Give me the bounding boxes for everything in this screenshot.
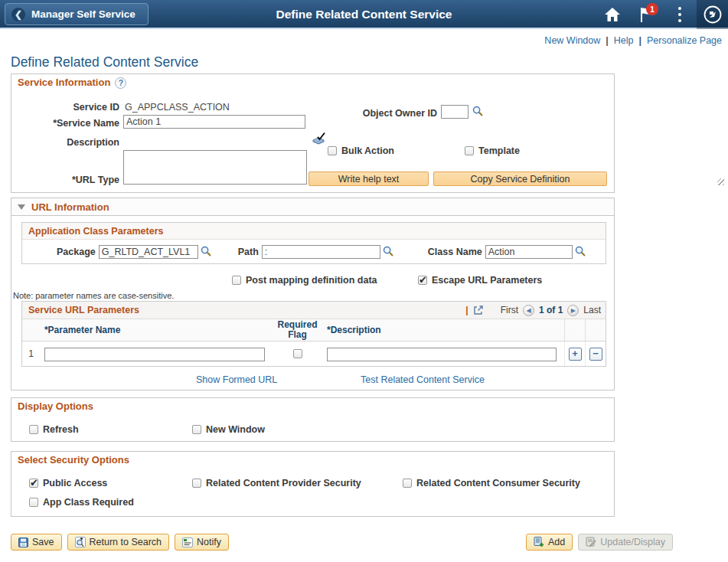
add-button[interactable]: Add: [526, 534, 573, 551]
application-class-parameters-box: Application Class Parameters Package Pat…: [21, 222, 606, 264]
object-owner-id-input[interactable]: [441, 105, 468, 119]
template-label: Template: [478, 145, 520, 156]
path-lookup-icon[interactable]: [383, 246, 394, 257]
url-information-title: URL Information: [31, 201, 109, 213]
refresh-checkbox-row: Refresh: [29, 424, 79, 435]
bulk-action-checkbox-row: Bulk Action: [328, 145, 394, 156]
row-number: 1: [22, 348, 40, 359]
bottom-toolbar: Save Return to Search Notify: [11, 534, 717, 551]
public-access-checkbox[interactable]: [29, 479, 38, 488]
object-owner-id-label: Object Owner ID: [330, 108, 437, 119]
application-class-parameters-header: Application Class Parameters: [22, 223, 606, 240]
security-options-header: Select Security Options: [11, 452, 614, 469]
grid-position: 1 of 1: [539, 305, 563, 315]
service-url-parameters-grid: Service URL Parameters | First ◀ 1 of 1 …: [21, 301, 606, 367]
grid-column-headers: *Parameter Name Required Flag *Descripti…: [22, 319, 606, 341]
description-label: Description: [11, 137, 119, 148]
save-button[interactable]: Save: [11, 534, 62, 551]
service-id-value: G_APPCLASS_ACTION: [125, 102, 230, 113]
link-separator: |: [639, 35, 642, 46]
new-window-label: New Window: [206, 424, 265, 435]
notify-button[interactable]: Notify: [175, 534, 229, 551]
url-information-collapse-bar[interactable]: URL Information: [11, 198, 615, 216]
show-formed-url-link[interactable]: Show Formed URL: [196, 374, 277, 385]
grid-next-button[interactable]: ▶: [567, 305, 579, 316]
bulk-action-checkbox[interactable]: [328, 146, 337, 155]
parameter-name-input[interactable]: [44, 348, 265, 361]
app-class-required-checkbox[interactable]: [29, 498, 38, 507]
service-information-title: Service Information: [18, 74, 110, 91]
consumer-security-checkbox[interactable]: [403, 479, 412, 488]
test-related-content-service-link[interactable]: Test Related Content Service: [361, 374, 485, 385]
notifications-flag-icon[interactable]: 1: [629, 0, 663, 29]
page-root: ❮ Manager Self Service Define Related Co…: [0, 0, 728, 562]
grid-popout-icon[interactable]: [473, 305, 484, 315]
object-owner-lookup-icon[interactable]: [472, 106, 484, 117]
grid-first-label[interactable]: First: [501, 305, 518, 315]
help-link[interactable]: Help: [614, 35, 634, 46]
header-icon-cluster: 1: [596, 0, 728, 29]
display-options-header: Display Options: [11, 398, 614, 415]
path-label: Path: [238, 247, 259, 257]
post-mapping-label: Post mapping definition data: [246, 275, 377, 286]
back-button[interactable]: ❮ Manager Self Service: [5, 3, 149, 25]
security-options-section: Select Security Options Public Access Re…: [11, 451, 615, 517]
add-icon: [534, 537, 544, 547]
package-input[interactable]: [99, 245, 198, 259]
provider-security-checkbox[interactable]: [192, 479, 201, 488]
add-row-button[interactable]: +: [569, 348, 582, 361]
description-textarea[interactable]: [123, 150, 307, 185]
public-access-label: Public Access: [43, 478, 107, 488]
package-lookup-icon[interactable]: [201, 246, 212, 257]
collapse-triangle-icon: [18, 204, 25, 210]
navbar-compass-icon[interactable]: [697, 0, 728, 29]
spell-check-icon[interactable]: [312, 132, 326, 146]
consumer-security-checkbox-row: Related Content Consumer Security: [403, 478, 580, 488]
service-information-section: Service Information ? Service ID G_APPCL…: [11, 74, 615, 193]
provider-security-checkbox-row: Related Content Provider Security: [192, 478, 361, 488]
new-window-link[interactable]: New Window: [544, 35, 600, 46]
description-input[interactable]: [327, 348, 557, 361]
grid-pagination: | First ◀ 1 of 1 ▶ Last: [465, 305, 601, 316]
class-name-lookup-icon[interactable]: [575, 246, 586, 257]
delete-column-header: [585, 319, 606, 341]
grid-title: Service URL Parameters: [28, 305, 139, 315]
delete-row-button[interactable]: −: [589, 348, 602, 361]
post-mapping-checkbox[interactable]: [232, 276, 241, 285]
return-to-search-button[interactable]: Return to Search: [67, 534, 170, 551]
header-title: Define Related Content Service: [276, 0, 452, 29]
write-help-text-button[interactable]: Write help text: [309, 172, 429, 186]
update-display-button[interactable]: Update/Display: [578, 534, 673, 551]
template-checkbox[interactable]: [465, 146, 474, 155]
refresh-checkbox[interactable]: [29, 425, 38, 434]
actions-kebab-menu-icon[interactable]: [663, 0, 697, 29]
provider-security-label: Related Content Provider Security: [206, 478, 361, 488]
app-class-required-label: App Class Required: [43, 497, 134, 508]
consumer-security-label: Related Content Consumer Security: [416, 478, 580, 488]
return-to-search-label: Return to Search: [90, 537, 162, 547]
post-mapping-checkbox-row: Post mapping definition data: [232, 275, 377, 286]
required-flag-checkbox[interactable]: [293, 349, 302, 358]
url-information-content: Application Class Parameters Package Pat…: [11, 216, 615, 390]
page-title: Define Related Content Service: [11, 54, 198, 70]
grid-last-label[interactable]: Last: [583, 305, 601, 315]
copy-service-definition-button[interactable]: Copy Service Definition: [433, 172, 607, 186]
service-name-input[interactable]: [123, 115, 305, 129]
help-icon[interactable]: ?: [115, 77, 126, 89]
new-window-checkbox[interactable]: [192, 425, 201, 434]
home-icon[interactable]: [596, 0, 629, 29]
grid-prev-button[interactable]: ◀: [523, 305, 534, 316]
application-class-parameters-fields: Package Path Class Name: [22, 240, 606, 263]
class-name-input[interactable]: [485, 245, 573, 259]
display-options-section: Display Options Refresh New Window: [11, 397, 615, 442]
personalize-page-link[interactable]: Personalize Page: [647, 35, 722, 46]
add-column-header: [564, 319, 585, 341]
escape-url-checkbox[interactable]: [418, 276, 427, 285]
bulk-action-label: Bulk Action: [341, 145, 394, 156]
path-input[interactable]: [262, 245, 380, 259]
return-to-search-icon: [75, 537, 86, 547]
grid-row-1: 1 + −: [22, 341, 606, 366]
add-button-label: Add: [548, 537, 565, 547]
required-flag-column-header: Required Flag: [273, 319, 322, 341]
grid-title-bar: Service URL Parameters | First ◀ 1 of 1 …: [22, 302, 606, 319]
